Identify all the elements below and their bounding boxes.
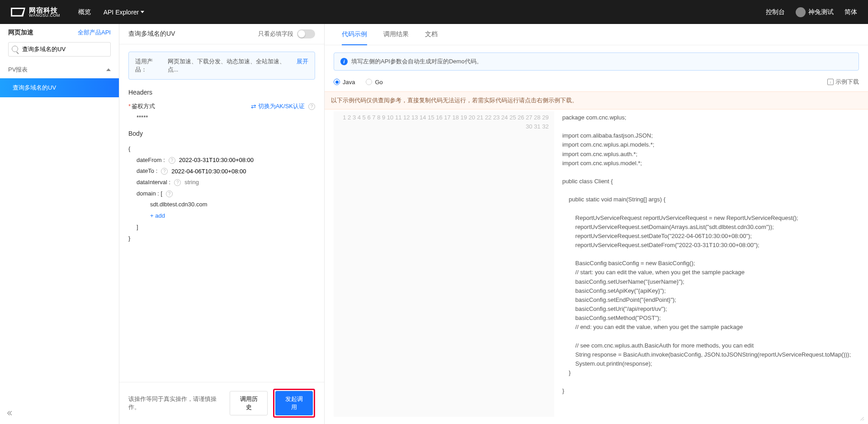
- body-section-title: Body: [128, 130, 315, 137]
- collapse-icon: [5, 409, 13, 417]
- result-panel: 代码示例 调用结果 文档 i 填写左侧的API参数会自动生成对应的Demo代码。…: [325, 24, 868, 424]
- code-info-box: i 填写左侧的API参数会自动生成对应的Demo代码。: [334, 52, 859, 71]
- swap-icon: ⇄: [251, 103, 256, 110]
- headers-section-title: Headers: [128, 89, 315, 96]
- help-icon[interactable]: ?: [308, 103, 315, 110]
- datainterval-input[interactable]: [184, 179, 275, 186]
- params-footer: 该操作等同于真实操作，请谨慎操作。 调用历史 发起调用: [119, 382, 324, 424]
- product-info-box: 适用产品： 网页加速、下载分发、动态加速、全站加速、点... 展开: [128, 52, 315, 80]
- help-icon[interactable]: ?: [161, 168, 168, 175]
- code-info-text: 填写左侧的API参数会自动生成对应的Demo代码。: [351, 57, 482, 66]
- chevron-down-icon: [141, 11, 144, 13]
- auth-switch-label: 切换为AK/SK认证: [258, 102, 305, 110]
- auth-field-row: *鉴权方式 ⇄ 切换为AK/SK认证 ?: [128, 102, 315, 110]
- sidebar-collapse-button[interactable]: [0, 404, 119, 424]
- help-icon[interactable]: ?: [169, 157, 175, 164]
- result-tabs: 代码示例 调用结果 文档: [325, 24, 868, 45]
- footer-warning: 该操作等同于真实操作，请谨慎操作。: [128, 395, 224, 411]
- brand-cn: 网宿科技: [29, 7, 60, 14]
- download-icon: [827, 79, 834, 85]
- tab-doc[interactable]: 文档: [417, 24, 446, 45]
- sidebar-item-label: 查询多域名的UV: [13, 84, 56, 91]
- datainterval-label: dataInterval :: [137, 177, 170, 188]
- help-icon[interactable]: ?: [166, 191, 173, 197]
- product-info-text: 网页加速、下载分发、动态加速、全站加速、点...: [168, 57, 293, 74]
- avatar-icon: [796, 7, 806, 17]
- product-info-label: 适用产品：: [135, 57, 164, 74]
- logo-icon: [11, 8, 25, 17]
- brand-en: WANGSU.COM: [29, 14, 60, 18]
- app-header: 网宿科技 WANGSU.COM 概览 API Explorer 控制台 神兔测试…: [0, 0, 868, 24]
- invoke-button[interactable]: 发起调用: [275, 391, 313, 415]
- params-header: 查询多域名的UV 只看必填字段: [119, 24, 324, 44]
- sidebar-title: 网页加速: [8, 29, 33, 37]
- tab-call-result[interactable]: 调用结果: [375, 24, 417, 45]
- search-icon: [12, 46, 18, 52]
- auth-label: 鉴权方式: [132, 103, 155, 110]
- expand-products-link[interactable]: 展开: [297, 57, 308, 74]
- datefrom-input[interactable]: [179, 157, 269, 164]
- sidebar-section-pv[interactable]: PV报表: [0, 61, 119, 78]
- download-sample-link[interactable]: 示例下载: [827, 78, 859, 86]
- nav-overview[interactable]: 概览: [78, 8, 91, 16]
- search-input[interactable]: [8, 42, 111, 57]
- info-icon: i: [340, 58, 348, 65]
- invoke-button-highlight: 发起调用: [273, 389, 315, 418]
- domain-label: domain : [: [137, 188, 162, 200]
- auth-switch-link[interactable]: ⇄ 切换为AK/SK认证 ?: [251, 102, 315, 110]
- main-layout: 网页加速 全部产品API PV报表 查询多域名的UV 查询多域名的UV 只看必填…: [0, 24, 868, 424]
- required-only-toggle[interactable]: [297, 29, 315, 38]
- brace-close: }: [128, 233, 315, 244]
- params-panel: 查询多域名的UV 只看必填字段 适用产品： 网页加速、下载分发、动态加速、全站加…: [119, 24, 325, 424]
- domain-array-close: ]: [128, 222, 315, 233]
- user-name: 神兔测试: [808, 8, 834, 15]
- resize-handle-icon[interactable]: [858, 414, 864, 420]
- lang-go-radio[interactable]: Go: [366, 79, 382, 86]
- lang-switch[interactable]: 简体: [844, 8, 857, 16]
- sidebar: 网页加速 全部产品API PV报表 查询多域名的UV: [0, 24, 119, 424]
- all-products-link[interactable]: 全部产品API: [78, 29, 111, 37]
- top-nav: 概览 API Explorer: [78, 8, 145, 16]
- body-editor: { dateFrom : ? dateTo : ? dataInterval :…: [128, 143, 315, 244]
- sidebar-item-uv[interactable]: 查询多域名的UV: [0, 78, 119, 97]
- lang-java-radio[interactable]: Java: [334, 79, 355, 86]
- user-menu[interactable]: 神兔测试: [796, 7, 834, 17]
- domain-item-0[interactable]: sdt.dlbtest.cdn30.com: [128, 199, 315, 210]
- code-gutter: 1 2 3 4 5 6 7 8 9 10 11 12 13 14 15 16 1…: [334, 111, 554, 417]
- auth-value: *****: [128, 114, 315, 121]
- console-link[interactable]: 控制台: [766, 8, 785, 16]
- history-button[interactable]: 调用历史: [230, 391, 268, 415]
- help-icon[interactable]: ?: [174, 179, 181, 186]
- tab-code-sample[interactable]: 代码示例: [334, 24, 375, 45]
- lang-go-label: Go: [375, 79, 382, 86]
- datefrom-label: dateFrom :: [137, 155, 165, 166]
- header-right: 控制台 神兔测试 简体: [766, 7, 857, 17]
- brace-open: {: [128, 143, 315, 155]
- nav-api-explorer-label: API Explorer: [104, 9, 139, 16]
- required-only-label: 只看必填字段: [258, 30, 293, 38]
- result-body: i 填写左侧的API参数会自动生成对应的Demo代码。 Java Go 示例下载…: [325, 45, 868, 424]
- dateto-input[interactable]: [171, 168, 262, 175]
- lang-selector: Java Go 示例下载: [334, 78, 859, 86]
- code-sample[interactable]: 1 2 3 4 5 6 7 8 9 10 11 12 13 14 15 16 1…: [334, 111, 859, 417]
- nav-api-explorer[interactable]: API Explorer: [104, 8, 145, 16]
- api-title: 查询多域名的UV: [128, 30, 175, 38]
- code-warning-strip: 以下示例代码仅供查阅参考，直接复制代码无法运行，若需实际代码运行请点击右侧示例下…: [325, 91, 868, 110]
- dateto-label: dateTo :: [137, 166, 157, 177]
- brand-logo[interactable]: 网宿科技 WANGSU.COM: [11, 7, 60, 18]
- lang-java-label: Java: [343, 79, 355, 86]
- download-label: 示例下载: [835, 78, 859, 86]
- add-domain-button[interactable]: + add: [128, 210, 315, 222]
- sidebar-section-label: PV报表: [8, 66, 28, 74]
- sidebar-search: [8, 42, 111, 57]
- chevron-up-icon: [106, 68, 111, 71]
- params-body: 适用产品： 网页加速、下载分发、动态加速、全站加速、点... 展开 Header…: [119, 44, 324, 382]
- code-content[interactable]: package com.cnc.wplus; import com.alibab…: [554, 111, 859, 417]
